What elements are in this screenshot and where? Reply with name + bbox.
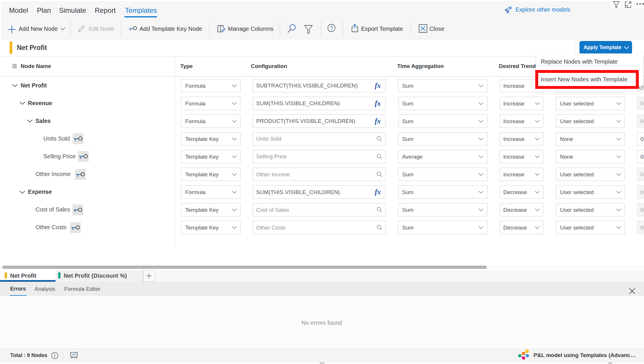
svg-text:?: ? — [330, 25, 333, 31]
